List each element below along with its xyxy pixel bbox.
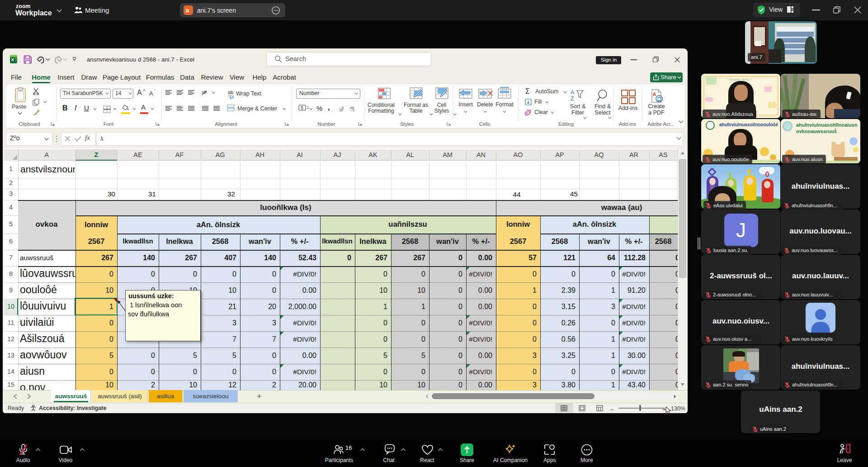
svg-text:Z: Z — [571, 95, 574, 102]
svg-text:A: A — [653, 92, 656, 97]
svg-text:→0: →0 — [349, 109, 354, 111]
svg-text:$: $ — [301, 105, 303, 110]
svg-text:ab: ab — [202, 90, 206, 95]
svg-text:.00: .00 — [339, 109, 343, 111]
svg-text:A: A — [571, 89, 574, 95]
